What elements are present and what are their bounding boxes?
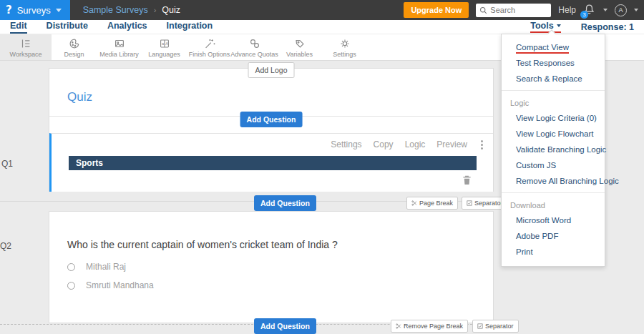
tools-dropdown-menu: Compact View Test Responses Search & Rep… <box>501 34 605 267</box>
menu-item-remove-all-branching-logic[interactable]: Remove All Branching Logic <box>502 173 605 189</box>
kebab-menu-icon[interactable] <box>481 140 483 149</box>
search-box[interactable] <box>476 4 551 17</box>
toolbar-item-workspace[interactable]: Workspace <box>0 34 52 60</box>
gear-icon <box>338 37 351 50</box>
menu-header-logic: Logic <box>502 94 605 110</box>
chevron-down-icon <box>56 9 62 12</box>
notifications-button[interactable]: 3 <box>583 4 596 16</box>
tab-edit[interactable]: Edit <box>10 21 27 34</box>
add-question-button-bottom[interactable]: Add Question <box>254 318 316 334</box>
question-text[interactable]: Who is the current captain of women's cr… <box>67 239 338 250</box>
delete-question-button[interactable] <box>462 175 472 188</box>
question-actions: Settings Copy Logic Preview <box>331 139 467 149</box>
question-number-q2: Q2 <box>0 241 11 251</box>
question-number-q1: Q1 <box>1 159 13 169</box>
chevron-down-icon[interactable] <box>634 9 638 11</box>
tab-integration[interactable]: Integration <box>167 21 213 34</box>
page-break-button[interactable]: Page Break <box>406 197 458 210</box>
search-icon <box>479 6 487 14</box>
topbar-right-group: Upgrade Now Help 3 A <box>404 2 644 18</box>
add-question-button-top[interactable]: Add Question <box>240 112 303 127</box>
scissors-icon <box>411 200 417 206</box>
chain-links-icon <box>248 37 261 50</box>
question-preview-link[interactable]: Preview <box>436 139 467 149</box>
menu-item-adobe-pdf[interactable]: Adobe PDF <box>502 228 605 244</box>
menu-item-view-logic-criteria[interactable]: View Logic Criteria (0) <box>502 110 605 126</box>
workspace-icon <box>19 37 32 50</box>
svg-text:a: a <box>161 41 164 46</box>
menu-divider <box>502 90 605 91</box>
nav-items: Edit Distribute Analytics Integration <box>10 21 213 34</box>
checkbox-icon <box>477 323 483 329</box>
menu-item-microsoft-word[interactable]: Microsoft Word <box>502 212 605 228</box>
radio-icon[interactable] <box>67 263 75 271</box>
media-library-icon <box>113 37 126 50</box>
divider-controls: Page Break Separator <box>406 197 508 210</box>
breadcrumb-current: Quiz <box>162 5 180 15</box>
main-nav: Edit Distribute Analytics Integration To… <box>0 20 644 34</box>
menu-item-search-replace[interactable]: Search & Replace <box>502 71 605 87</box>
magic-wand-icon <box>203 37 216 50</box>
menu-item-validate-branching-logic[interactable]: Validate Branching Logic <box>502 142 605 157</box>
question-copy-link[interactable]: Copy <box>374 139 394 149</box>
toolbar-item-finish-options[interactable]: Finish Options <box>187 34 232 60</box>
remove-page-break-button[interactable]: Remove Page Break <box>391 320 468 333</box>
footer-divider-controls: Remove Page Break Separator <box>391 320 519 333</box>
toolbar-item-design[interactable]: Design <box>52 34 97 60</box>
nav-right-group: Tools Response: 1 <box>530 21 644 33</box>
chevron-down-icon <box>557 24 561 27</box>
help-link[interactable]: Help <box>558 5 576 15</box>
separator-button-bottom[interactable]: Separator <box>472 320 519 333</box>
question-block-q1[interactable]: Settings Copy Logic Preview Sports <box>49 133 493 192</box>
menu-item-test-responses[interactable]: Test Responses <box>502 55 605 71</box>
toolbar-item-variables[interactable]: Variables <box>277 34 322 60</box>
menu-divider <box>502 192 605 193</box>
breadcrumb-separator-icon: › <box>154 6 157 14</box>
surveys-menu-label: Surveys <box>17 5 51 16</box>
questionpro-logo-icon: ? <box>6 4 12 16</box>
menu-header-download: Download <box>502 197 605 212</box>
question-settings-link[interactable]: Settings <box>331 139 361 149</box>
survey-header-card: Add Logo Quiz Add Question Settings Copy… <box>49 68 494 192</box>
add-logo-button[interactable]: Add Logo <box>248 62 295 78</box>
survey-title[interactable]: Quiz <box>67 90 92 104</box>
checkbox-icon <box>467 200 472 206</box>
menu-item-print[interactable]: Print <box>502 244 605 260</box>
tab-analytics[interactable]: Analytics <box>107 21 147 34</box>
section-title-bar[interactable]: Sports <box>69 156 477 170</box>
breadcrumb-parent[interactable]: Sample Surveys <box>83 5 148 15</box>
question-logic-link[interactable]: Logic <box>405 139 426 149</box>
answer-option-1[interactable]: Mithali Raj <box>67 262 126 272</box>
menu-item-custom-js[interactable]: Custom JS <box>502 157 605 173</box>
menu-item-compact-view[interactable]: Compact View <box>502 39 605 55</box>
tag-icon <box>293 37 306 50</box>
languages-icon: aA <box>158 37 171 50</box>
scissors-icon <box>396 323 401 329</box>
top-bar: ? Surveys Sample Surveys › Quiz Upgrade … <box>0 0 644 20</box>
add-question-button-middle[interactable]: Add Question <box>254 195 316 211</box>
toolbar-item-settings[interactable]: Settings <box>322 34 367 60</box>
upgrade-now-button[interactable]: Upgrade Now <box>404 2 469 18</box>
avatar[interactable]: A <box>615 4 627 16</box>
toolbar-item-advance-quotas[interactable]: Advance Quotas <box>232 34 277 60</box>
radio-icon[interactable] <box>67 282 75 290</box>
trash-icon <box>462 175 472 185</box>
menu-item-view-logic-flowchart[interactable]: View Logic Flowchart <box>502 126 605 142</box>
answer-option-2[interactable]: Smruti Mandhana <box>67 280 154 290</box>
toolbar-item-languages[interactable]: aA Languages <box>142 34 187 60</box>
response-count[interactable]: Response: 1 <box>581 22 634 32</box>
chevron-down-icon[interactable] <box>603 9 608 11</box>
tab-distribute[interactable]: Distribute <box>47 21 88 34</box>
tools-dropdown-button[interactable]: Tools <box>530 21 560 33</box>
question-card-q2[interactable]: Who is the current captain of women's cr… <box>49 211 494 323</box>
search-input[interactable] <box>490 6 547 14</box>
surveys-menu[interactable]: ? Surveys <box>0 0 70 20</box>
toolbar-item-media-library[interactable]: Media Library <box>97 34 142 60</box>
notification-count-badge: 3 <box>580 11 588 19</box>
svg-text:A: A <box>165 41 168 46</box>
breadcrumb: Sample Surveys › Quiz <box>83 5 180 15</box>
tools-label: Tools <box>530 21 553 31</box>
design-palette-icon <box>68 37 81 50</box>
